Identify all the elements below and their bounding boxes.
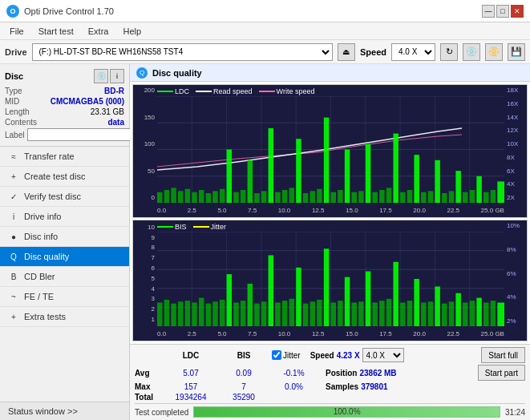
svg-rect-102 xyxy=(317,300,322,326)
drive-label: Drive xyxy=(5,47,27,57)
svg-rect-58 xyxy=(463,192,467,203)
maximize-button[interactable]: □ xyxy=(496,5,509,18)
minimize-button[interactable]: — xyxy=(482,5,495,18)
disc-quality-title: Disc quality xyxy=(152,68,202,78)
svg-rect-79 xyxy=(157,303,162,327)
refresh-button[interactable]: ↻ xyxy=(440,43,458,61)
legend-bis-label: BIS xyxy=(175,223,187,231)
sidebar-item-drive-info[interactable]: i Drive info xyxy=(0,207,129,227)
sidebar-item-extra-tests-label: Extra tests xyxy=(24,312,66,321)
svg-rect-124 xyxy=(470,301,475,326)
disc-icon1[interactable]: 💿 xyxy=(94,69,108,83)
svg-rect-84 xyxy=(192,303,196,327)
svg-rect-115 xyxy=(407,301,412,326)
eject-button[interactable]: ⏏ xyxy=(338,43,355,61)
total-bis: 35290 xyxy=(219,393,269,402)
svg-rect-33 xyxy=(289,188,294,203)
svg-rect-48 xyxy=(393,134,398,203)
svg-rect-42 xyxy=(351,192,356,203)
disc-quality-icon: Q xyxy=(8,251,19,262)
disc-mid-label: MID xyxy=(5,97,19,106)
disc-title: Disc xyxy=(5,71,23,81)
chart2-grid xyxy=(157,232,504,326)
disc-icons: 💿 i xyxy=(94,69,124,83)
disc-label-input[interactable] xyxy=(27,128,131,141)
verify-test-disc-icon: ✓ xyxy=(8,191,19,202)
app-logo: O xyxy=(6,5,19,18)
samples-label: Samples xyxy=(326,382,358,391)
disc-icon2[interactable]: i xyxy=(110,69,124,83)
col-ldc-header: LDC xyxy=(166,351,216,360)
stats-row-avg: Avg 5.07 0.09 -0.1% Position 23862 MB St… xyxy=(135,365,525,381)
disc-label-row: Label ✎ xyxy=(5,128,124,141)
disc-contents-row: Contents data xyxy=(5,118,124,127)
svg-rect-39 xyxy=(331,192,336,203)
progress-percent: 100.0% xyxy=(194,407,500,416)
sidebar-item-transfer-rate[interactable]: ≈ Transfer rate xyxy=(0,147,129,167)
disc-type-row: Type BD-R xyxy=(5,87,124,95)
save-button[interactable]: 💾 xyxy=(508,43,525,61)
svg-rect-35 xyxy=(303,193,308,203)
chart2-y-axis-right: 10% 8% 6% 4% 2% xyxy=(504,220,527,326)
menu-start-test[interactable]: Start test xyxy=(32,25,80,38)
svg-rect-128 xyxy=(497,303,504,327)
position-value: 23862 MB xyxy=(359,369,396,378)
disc-icon-button2[interactable]: 📀 xyxy=(485,43,503,61)
chart2-svg xyxy=(157,232,504,326)
drive-select[interactable]: (F:) HL-DT-ST BD-RE WH16NS58 TST4 xyxy=(32,43,333,61)
menu-file[interactable]: File xyxy=(3,25,30,38)
chart2-x-axis: 0.0 2.5 5.0 7.5 10.0 12.5 15.0 17.5 20.0… xyxy=(157,326,504,341)
speed-dropdown[interactable]: 4.0 X xyxy=(362,348,404,362)
svg-rect-127 xyxy=(491,301,496,326)
sidebar-item-disc-info[interactable]: ● Disc info xyxy=(0,227,129,247)
status-text: Test completed xyxy=(135,408,188,417)
samples-info: Samples 379801 xyxy=(326,382,388,391)
svg-rect-80 xyxy=(164,300,169,326)
svg-rect-96 xyxy=(275,303,280,327)
sidebar-item-fe-te[interactable]: ~ FE / TE xyxy=(0,287,129,307)
svg-rect-26 xyxy=(241,190,245,203)
sidebar-item-cd-bler[interactable]: B CD Bler xyxy=(0,267,129,287)
stats-area: LDC BIS Jitter Speed 4.23 X 4.0 X Start … xyxy=(130,344,530,420)
speed-select[interactable]: 4.0 X xyxy=(391,43,435,61)
svg-rect-121 xyxy=(449,301,454,326)
extra-tests-icon: + xyxy=(8,311,19,322)
start-full-button[interactable]: Start full xyxy=(481,347,525,363)
jitter-checkbox[interactable] xyxy=(272,350,281,360)
svg-rect-81 xyxy=(171,304,176,326)
svg-rect-38 xyxy=(324,118,329,203)
sidebar-item-verify-test-disc[interactable]: ✓ Verify test disc xyxy=(0,187,129,207)
speed-static-label: Speed xyxy=(310,351,334,360)
svg-rect-91 xyxy=(241,301,245,326)
chart1-svg xyxy=(157,96,504,203)
sidebar-item-disc-quality-label: Disc quality xyxy=(24,252,69,261)
sidebar-item-extra-tests[interactable]: + Extra tests xyxy=(0,307,129,327)
close-button[interactable]: ✕ xyxy=(511,5,524,18)
svg-rect-57 xyxy=(455,171,460,203)
chart2-y-axis-left: 10 9 8 7 6 5 4 3 2 1 xyxy=(133,220,157,326)
svg-rect-24 xyxy=(227,150,232,204)
disc-icon-button[interactable]: 💿 xyxy=(463,43,480,61)
start-part-button[interactable]: Start part xyxy=(478,365,525,381)
disc-length-row: Length 23.31 GB xyxy=(5,107,124,116)
svg-rect-22 xyxy=(212,191,217,203)
sidebar-item-disc-quality[interactable]: Q Disc quality xyxy=(0,247,129,267)
disc-panel: Disc 💿 i Type BD-R MID CMCMAGBA5 (000) L… xyxy=(0,64,129,147)
chart-ldc: LDC Read speed Write speed 200 150 xyxy=(132,84,528,218)
svg-rect-90 xyxy=(233,303,238,327)
menu-extra[interactable]: Extra xyxy=(82,25,115,38)
svg-rect-86 xyxy=(206,304,211,326)
stats-row-max: Max 157 7 0.0% Samples 379801 xyxy=(135,382,525,391)
menu-help[interactable]: Help xyxy=(116,25,148,38)
sidebar-item-create-test-disc[interactable]: + Create test disc xyxy=(0,167,129,187)
svg-rect-106 xyxy=(345,277,350,326)
disc-header: Disc 💿 i xyxy=(5,69,124,83)
svg-rect-100 xyxy=(303,304,308,326)
disc-quality-header-icon: Q xyxy=(136,67,148,79)
content-area: Q Disc quality LDC Read speed xyxy=(130,64,530,420)
legend-ldc: LDC xyxy=(157,87,189,95)
status-window-button[interactable]: Status window >> xyxy=(0,402,129,420)
svg-rect-16 xyxy=(171,188,176,203)
svg-rect-36 xyxy=(310,191,315,203)
avg-bis: 0.09 xyxy=(219,369,269,378)
